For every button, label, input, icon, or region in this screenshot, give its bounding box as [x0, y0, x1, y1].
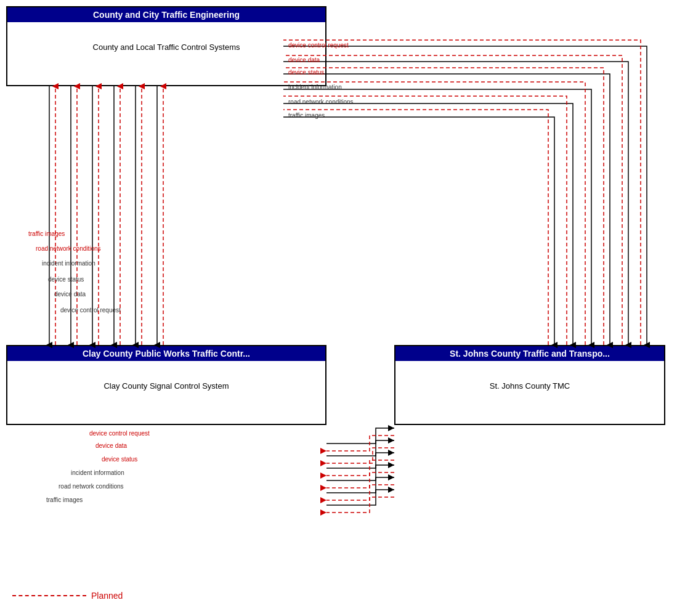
label-device-control-down-left: device control request — [60, 307, 121, 314]
label-device-control-bottom: device control request — [89, 430, 150, 437]
label-device-data-top-right: device data — [288, 57, 320, 63]
label-road-network-down-left: road network conditions — [36, 245, 101, 252]
label-incident-down-left: incident information — [42, 260, 95, 267]
legend-line: Planned — [12, 591, 123, 601]
label-traffic-bottom: traffic images — [46, 496, 83, 503]
diagram-container: County and City Traffic Engineering Coun… — [0, 0, 677, 616]
label-device-data-bottom: device data — [95, 442, 127, 449]
bottom-right-node-body: St. Johns County TMC — [395, 361, 664, 410]
label-incident-top-right: incident information — [288, 84, 342, 91]
label-traffic-top-right: traffic images — [288, 112, 325, 119]
top-node-body: County and Local Traffic Control Systems — [7, 22, 325, 71]
bottom-left-node: Clay County Public Works Traffic Contr..… — [6, 345, 326, 425]
legend: Planned — [12, 591, 123, 601]
bottom-left-node-header: Clay County Public Works Traffic Contr..… — [7, 346, 325, 361]
label-device-status-down-left: device status — [48, 276, 84, 283]
bottom-right-node-header: St. Johns County Traffic and Transpo... — [395, 346, 664, 361]
label-device-status-top-right: device status — [288, 69, 324, 76]
label-device-data-down-left: device data — [54, 291, 86, 298]
label-device-control-top-right: device control request — [288, 42, 349, 49]
bottom-left-node-body: Clay County Signal Control System — [7, 361, 325, 410]
legend-dash-icon — [12, 595, 86, 596]
label-road-top-right: road network conditions — [288, 99, 354, 105]
label-road-bottom: road network conditions — [59, 483, 124, 490]
top-node: County and City Traffic Engineering Coun… — [6, 6, 326, 86]
bottom-right-node: St. Johns County Traffic and Transpo... … — [394, 345, 665, 425]
label-device-status-bottom: device status — [102, 456, 137, 463]
label-traffic-images-down-left: traffic images — [28, 230, 65, 237]
legend-label: Planned — [91, 591, 123, 601]
label-incident-bottom: incident information — [71, 469, 124, 476]
top-node-header: County and City Traffic Engineering — [7, 7, 325, 22]
